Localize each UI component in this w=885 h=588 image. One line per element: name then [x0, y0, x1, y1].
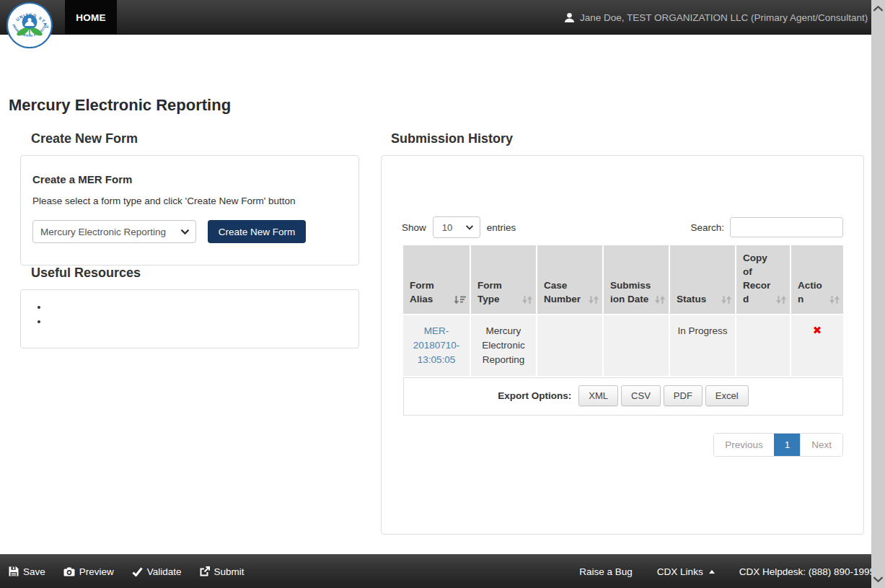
cdx-links-menu[interactable]: CDX Links	[657, 566, 715, 577]
useful-resources-card	[20, 289, 359, 348]
column-header-form-alias[interactable]: Form Alias	[403, 245, 470, 314]
top-navbar: HOME Jane Doe, TEST ORGANIZATION LLC (Pr…	[0, 0, 885, 35]
preview-button[interactable]: Preview	[63, 566, 114, 577]
pagination-next[interactable]: Next	[800, 434, 842, 456]
cell-form-type: Mercury Electronic Reporting	[471, 315, 536, 376]
export-excel-button[interactable]: Excel	[705, 385, 749, 406]
cdx-helpdesk-label: CDX Helpdesk: (888) 890-1995	[739, 566, 875, 577]
export-csv-button[interactable]: CSV	[621, 385, 661, 406]
column-header-form-type[interactable]: Form Type	[471, 245, 536, 314]
home-tab[interactable]: HOME	[65, 0, 117, 35]
sort-both-icon	[775, 294, 787, 305]
delete-icon[interactable]: ✖	[813, 324, 822, 336]
export-pdf-button[interactable]: PDF	[664, 385, 703, 406]
resource-item[interactable]	[48, 316, 347, 330]
user-name: Jane Doe, TEST ORGANIZATION LLC (Primary…	[580, 12, 868, 23]
column-header-status[interactable]: Status	[670, 245, 735, 314]
form-type-select[interactable]: Mercury Electronic Reporting	[32, 220, 196, 243]
create-new-form-heading: Create New Form	[31, 131, 359, 146]
column-header-action[interactable]: Action	[791, 245, 843, 314]
page-size-select[interactable]: 10	[433, 216, 480, 238]
column-header-case-number[interactable]: Case Number	[537, 245, 602, 314]
pagination: Previous 1 Next	[713, 433, 843, 457]
export-xml-button[interactable]: XML	[578, 385, 618, 406]
export-options-label: Export Options:	[498, 390, 571, 401]
cell-action: ✖	[791, 315, 843, 376]
sort-ascending-icon	[454, 294, 467, 305]
sort-both-icon	[654, 294, 666, 305]
page-length-control: Show 10 entries	[402, 216, 516, 238]
sort-both-icon	[521, 294, 533, 305]
sort-both-icon	[721, 294, 732, 305]
right-column: Submission History Show 10 entries	[381, 131, 864, 535]
page: HOME Jane Doe, TEST ORGANIZATION LLC (Pr…	[0, 0, 885, 588]
form-alias-link[interactable]: MER-20180710-13:05:05	[413, 325, 460, 365]
caret-up-icon	[709, 570, 715, 574]
create-new-form-button[interactable]: Create New Form	[208, 220, 306, 243]
share-icon	[200, 566, 210, 576]
table-controls: Show 10 entries Search:	[402, 156, 843, 238]
export-options-row: Export Options:XMLCSVPDFExcel	[403, 377, 843, 416]
scroll-up-icon[interactable]	[873, 5, 884, 12]
cell-submission-date	[604, 315, 669, 376]
vertical-scrollbar[interactable]	[871, 0, 885, 588]
create-form-instructions: Please select a form type and click 'Cre…	[32, 196, 347, 206]
table-header-row: Form Alias Form Type	[403, 245, 843, 314]
sort-both-icon	[829, 294, 840, 305]
submit-button[interactable]: Submit	[200, 566, 245, 577]
sort-both-icon	[588, 294, 599, 305]
epa-logo[interactable]: UNITED STATES ENVIRONMENTAL PROTECTION A…	[6, 2, 53, 48]
bottom-toolbar: Save Preview Validate	[0, 554, 885, 588]
column-header-submission-date[interactable]: Submission Date	[604, 245, 669, 314]
camera-icon	[63, 567, 75, 576]
user-menu[interactable]: Jane Doe, TEST ORGANIZATION LLC (Primary…	[564, 0, 868, 35]
scroll-down-icon[interactable]	[873, 576, 884, 583]
create-form-card: Create a MER Form Please select a form t…	[20, 155, 359, 266]
create-mer-form-title: Create a MER Form	[32, 173, 347, 185]
cell-copy-of-record	[736, 315, 790, 376]
show-label: Show	[402, 222, 426, 233]
raise-a-bug-link[interactable]: Raise a Bug	[579, 566, 633, 577]
home-label: HOME	[76, 12, 106, 23]
cell-case-number	[537, 315, 602, 376]
pagination-page-1[interactable]: 1	[774, 434, 801, 456]
cell-status: In Progress	[670, 315, 735, 376]
useful-resources-heading: Useful Resources	[31, 266, 359, 281]
resource-item[interactable]	[48, 302, 347, 316]
submission-history-table: Form Alias Form Type	[402, 244, 845, 417]
pagination-previous[interactable]: Previous	[714, 434, 774, 456]
resources-list	[37, 302, 347, 330]
search-control: Search:	[690, 217, 843, 237]
search-input[interactable]	[730, 217, 843, 237]
page-title: Mercury Electronic Reporting	[9, 96, 231, 115]
search-label: Search:	[690, 222, 724, 233]
column-header-copy-of-record[interactable]: Copy of Record	[736, 245, 790, 314]
cell-form-alias: MER-20180710-13:05:05	[403, 315, 470, 376]
validate-button[interactable]: Validate	[132, 566, 182, 577]
table-row: MER-20180710-13:05:05 Mercury Electronic…	[403, 315, 843, 376]
user-icon	[564, 12, 575, 23]
submission-history-heading: Submission History	[391, 131, 864, 146]
submission-history-card: Show 10 entries Search:	[381, 155, 864, 535]
left-column: Create New Form Create a MER Form Please…	[20, 131, 359, 348]
check-icon	[132, 567, 143, 576]
entries-label: entries	[487, 222, 516, 233]
save-icon	[9, 566, 19, 576]
save-button[interactable]: Save	[9, 566, 45, 577]
